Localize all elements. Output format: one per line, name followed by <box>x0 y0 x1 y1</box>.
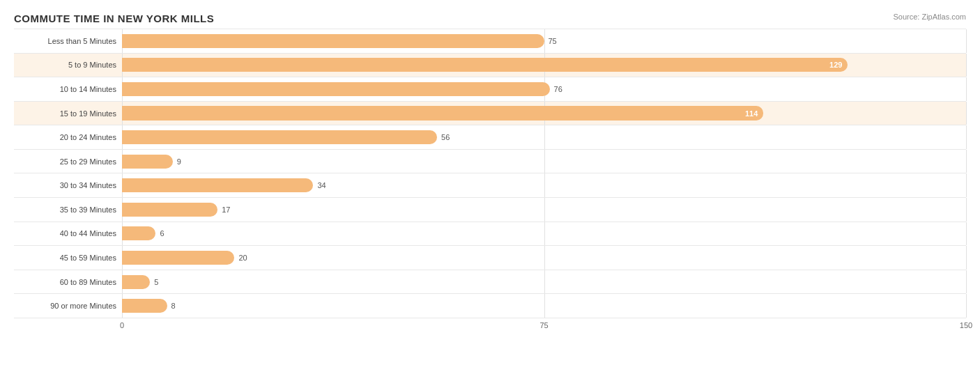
grid-line <box>544 198 545 222</box>
bar-fill: 129 <box>122 58 848 72</box>
bar-label: 15 to 19 Minutes <box>14 109 122 118</box>
bar-row: 20 to 24 Minutes56 <box>14 125 966 150</box>
bar-value-outside: 34 <box>317 181 326 189</box>
bar-track: 114 <box>122 102 966 125</box>
bar-fill <box>122 130 437 144</box>
bar-value-outside: 76 <box>554 85 562 93</box>
bar-track: 76 <box>122 77 966 101</box>
bar-fill <box>122 155 173 169</box>
grid-line <box>966 150 967 173</box>
bar-track: 75 <box>122 29 966 53</box>
bar-fill <box>122 299 167 313</box>
bar-value-outside: 75 <box>549 37 557 45</box>
bar-row: 30 to 34 Minutes34 <box>14 173 966 198</box>
chart-title: COMMUTE TIME IN NEW YORK MILLS <box>14 13 966 24</box>
grid-line <box>966 198 967 222</box>
chart-container: COMMUTE TIME IN NEW YORK MILLS Source: Z… <box>0 0 980 365</box>
bar-label: 40 to 44 Minutes <box>14 229 122 238</box>
bar-track: 8 <box>122 294 966 318</box>
bar-track: 20 <box>122 246 966 270</box>
bar-label: 60 to 89 Minutes <box>14 278 122 286</box>
bar-fill <box>122 203 217 217</box>
grid-line <box>544 150 545 173</box>
bar-row: 35 to 39 Minutes17 <box>14 198 966 222</box>
chart-area: Less than 5 Minutes755 to 9 Minutes12910… <box>14 29 966 318</box>
bar-fill <box>122 226 155 240</box>
bar-label: 10 to 14 Minutes <box>14 85 122 93</box>
bar-row: 10 to 14 Minutes76 <box>14 77 966 102</box>
bar-track: 5 <box>122 270 966 294</box>
bar-track: 6 <box>122 222 966 246</box>
bar-row: 60 to 89 Minutes5 <box>14 270 966 295</box>
bar-track: 129 <box>122 54 966 77</box>
bar-track: 9 <box>122 150 966 173</box>
bar-value-inside: 129 <box>829 61 842 69</box>
bar-row: 45 to 59 Minutes20 <box>14 246 966 270</box>
grid-line <box>966 294 967 318</box>
bar-row: 25 to 29 Minutes9 <box>14 150 966 174</box>
grid-line <box>544 270 545 294</box>
bar-row: 40 to 44 Minutes6 <box>14 222 966 247</box>
bar-value-outside: 6 <box>160 229 164 238</box>
bar-row: 5 to 9 Minutes129 <box>14 54 966 78</box>
grid-line <box>544 173 545 197</box>
grid-line <box>966 29 967 53</box>
bar-value-outside: 5 <box>154 278 158 286</box>
bar-row: Less than 5 Minutes75 <box>14 29 966 54</box>
bar-track: 17 <box>122 198 966 222</box>
bar-label: 90 or more Minutes <box>14 302 122 310</box>
grid-line <box>966 77 967 101</box>
bar-fill <box>122 251 234 265</box>
bar-fill <box>122 34 544 48</box>
bar-fill <box>122 82 550 96</box>
bar-fill <box>122 178 313 192</box>
bar-value-outside: 17 <box>222 205 230 214</box>
grid-line <box>544 294 545 318</box>
bar-label: 25 to 29 Minutes <box>14 157 122 166</box>
grid-line <box>966 102 967 125</box>
source-label: Source: ZipAtlas.com <box>893 13 966 21</box>
grid-line <box>544 125 545 149</box>
grid-line <box>966 125 967 149</box>
x-axis-tick: 75 <box>539 321 548 329</box>
bar-row: 90 or more Minutes8 <box>14 294 966 318</box>
bar-track: 34 <box>122 173 966 197</box>
bar-label: 20 to 24 Minutes <box>14 133 122 141</box>
bar-fill <box>122 275 150 289</box>
bar-label: Less than 5 Minutes <box>14 37 122 45</box>
bar-value-outside: 8 <box>171 302 176 310</box>
grid-line <box>544 222 545 246</box>
bar-fill: 114 <box>122 106 763 120</box>
x-axis: 075150 <box>122 318 966 332</box>
bar-track: 56 <box>122 125 966 149</box>
bar-label: 35 to 39 Minutes <box>14 205 122 214</box>
grid-line <box>966 270 967 294</box>
bar-value-outside: 56 <box>441 133 450 141</box>
x-axis-tick: 0 <box>120 321 124 329</box>
grid-line <box>966 54 967 77</box>
grid-line <box>966 246 967 270</box>
bar-value-outside: 9 <box>177 157 181 166</box>
bar-row: 15 to 19 Minutes114 <box>14 102 966 126</box>
bar-label: 30 to 34 Minutes <box>14 181 122 189</box>
grid-line <box>966 222 967 246</box>
bar-label: 5 to 9 Minutes <box>14 61 122 69</box>
bar-label: 45 to 59 Minutes <box>14 254 122 262</box>
grid-line <box>544 246 545 270</box>
grid-line <box>966 173 967 197</box>
bar-value-inside: 114 <box>745 109 758 118</box>
bar-value-outside: 20 <box>238 254 247 262</box>
grid-line <box>544 29 545 53</box>
x-axis-tick: 150 <box>960 321 972 329</box>
